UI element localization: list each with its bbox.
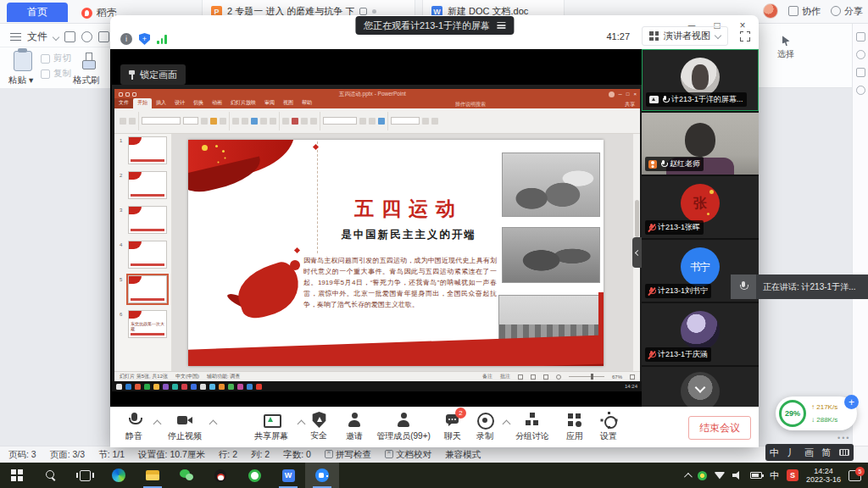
ppt-tab-home: 开始 xyxy=(133,98,152,108)
slide-thumb-1[interactable]: 1 xyxy=(128,136,167,164)
widget-plus-button[interactable]: + xyxy=(844,395,859,409)
spellcheck-toggle[interactable]: 拼写检查 xyxy=(325,449,371,461)
video-options-chevron[interactable] xyxy=(209,420,218,429)
chat-button[interactable]: 2聊天 xyxy=(437,412,468,441)
taskbar-search[interactable] xyxy=(34,463,68,488)
edit-icon[interactable] xyxy=(856,32,865,42)
manage-members-button[interactable]: 管理成员(99+) xyxy=(371,412,436,441)
meeting-timer: 41:27 xyxy=(606,31,630,42)
participant-tile[interactable]: 张 计213-1张晖 xyxy=(642,176,759,238)
meeting-info-icon[interactable]: i xyxy=(120,33,132,45)
select-tool[interactable]: 选择 xyxy=(771,36,801,60)
hidden-icons-chevron[interactable] xyxy=(684,472,693,480)
meeting-titlebar[interactable]: 您正在观看计213-1于洋的屏幕 ─ □ × i + 41:27 演讲者视图 xyxy=(110,15,759,49)
notification-center-icon[interactable]: 5 xyxy=(849,470,861,481)
task-view-button[interactable] xyxy=(68,463,102,488)
stop-video-button[interactable]: 停止视频 xyxy=(163,412,207,441)
participant-tile[interactable]: 计213-1于庆涵 xyxy=(642,303,759,365)
apps-button[interactable]: 应用 xyxy=(559,412,590,441)
tray-app-icon[interactable] xyxy=(698,471,707,480)
slide-thumb-6[interactable]: 6东北抗战第一次大规 xyxy=(128,310,167,338)
taskbar-qq[interactable] xyxy=(203,463,237,488)
undo-icon xyxy=(125,92,130,97)
share-button[interactable]: 分享 xyxy=(831,5,863,18)
taskbar-utility[interactable] xyxy=(237,463,271,488)
tab-unsaved-dot xyxy=(372,9,376,14)
ime-handwriting[interactable]: 画 xyxy=(804,446,814,459)
remote-desktop[interactable]: 五四运动.pptx - PowerPoint ─□× 文件 开始 插入 设计 切… xyxy=(112,85,642,391)
ime-simplified[interactable]: 简 xyxy=(822,446,832,459)
wifi-icon[interactable] xyxy=(715,472,725,480)
format-painter-icon[interactable] xyxy=(81,53,95,69)
paste-button[interactable]: 粘贴 ▾ xyxy=(8,75,33,86)
keyboard-icon[interactable] xyxy=(839,449,849,456)
taskbar-edge[interactable] xyxy=(102,463,136,488)
record-button[interactable]: 录制 xyxy=(470,412,500,441)
scrollbar-thumb[interactable] xyxy=(635,200,639,237)
share-screen-button[interactable]: 共享屏幕 xyxy=(248,412,295,441)
speaker-view-button[interactable]: 演讲者视图 xyxy=(642,26,728,46)
meeting-security-icon[interactable]: + xyxy=(139,33,150,45)
settings-button[interactable]: 设置 xyxy=(593,412,624,441)
breakout-rooms-button[interactable]: 分组讨论 xyxy=(510,412,554,441)
paste-icon[interactable] xyxy=(14,51,32,71)
windows-logo-icon xyxy=(11,469,23,481)
taskbar-wechat[interactable] xyxy=(170,463,203,488)
banner-menu-icon[interactable] xyxy=(497,22,505,29)
taskbar-meeting-active[interactable] xyxy=(305,463,339,488)
battery-icon[interactable] xyxy=(750,472,762,479)
security-button[interactable]: 安全 xyxy=(303,412,334,440)
undo-icon[interactable] xyxy=(81,31,92,42)
slide-thumb-3[interactable]: 3 xyxy=(128,206,167,234)
taskbar-wps[interactable]: W xyxy=(271,463,305,488)
record-options-chevron[interactable] xyxy=(503,420,511,429)
cursor-icon xyxy=(782,36,790,46)
mute-options-chevron[interactable] xyxy=(153,420,162,429)
comment-icon[interactable] xyxy=(856,50,865,59)
print-icon[interactable] xyxy=(98,31,109,42)
outline-icon[interactable] xyxy=(856,68,865,77)
ime-chinese-mode[interactable]: 中 xyxy=(770,446,779,459)
copy-button[interactable]: 复制 xyxy=(41,68,71,80)
slide-thumb-5-selected[interactable]: 5 xyxy=(128,275,167,303)
proofread-toggle[interactable]: 文档校对 xyxy=(385,449,431,461)
ime-punctuation[interactable]: 丿 xyxy=(787,446,796,459)
collab-button[interactable]: 协作 xyxy=(788,5,821,18)
sidebar-collapse-handle[interactable] xyxy=(632,237,642,268)
end-meeting-button[interactable]: 结束会议 xyxy=(688,416,751,440)
slide-thumb-2[interactable]: 2 xyxy=(128,171,167,199)
file-menu[interactable]: 文件 xyxy=(27,30,47,44)
wps-home-tab[interactable]: 首页 xyxy=(7,3,68,22)
taskbar-file-explorer[interactable] xyxy=(136,463,170,488)
windows-taskbar: W 中 S 14:24 2022-3-16 5 xyxy=(0,463,868,488)
tab-restore-icon[interactable] xyxy=(359,8,367,15)
collab-label: 协作 xyxy=(802,5,821,18)
taskbar-clock[interactable]: 14:24 2022-3-16 xyxy=(806,467,841,485)
slide-subtitle: 是中国新民主主义的开端 xyxy=(290,228,527,242)
mute-button[interactable]: 静音 xyxy=(117,412,151,441)
input-method-indicator[interactable]: 中 xyxy=(770,469,779,482)
invite-button[interactable]: 邀请 xyxy=(339,412,370,441)
hamburger-menu-icon[interactable] xyxy=(10,33,21,41)
format-painter-button[interactable]: 格式刷 xyxy=(73,75,100,86)
user-avatar[interactable] xyxy=(763,3,778,19)
notification-badge: 5 xyxy=(855,467,865,476)
ppt-tell-me-search: 操作说明搜索 xyxy=(316,101,625,108)
widget-more-dots[interactable]: ••• xyxy=(837,434,850,442)
chevron-down-icon[interactable] xyxy=(53,33,59,40)
save-icon[interactable] xyxy=(64,31,75,42)
start-button[interactable] xyxy=(0,463,34,488)
fullscreen-icon[interactable] xyxy=(740,31,750,42)
lock-view-button[interactable]: 锁定画面 xyxy=(120,64,186,85)
status-column: 列: 2 xyxy=(251,449,270,461)
cut-button[interactable]: 剪切 xyxy=(41,53,71,64)
slide-thumb-4[interactable]: 4 xyxy=(128,241,167,269)
participant-tile-video[interactable]: 赵红老师 xyxy=(642,113,759,175)
participant-tile-partial[interactable] xyxy=(642,367,759,407)
tools-icon[interactable] xyxy=(856,86,865,95)
sogou-icon[interactable]: S xyxy=(787,469,798,481)
volume-icon[interactable] xyxy=(732,471,743,480)
ime-toolbar[interactable]: 中 丿 画 简 xyxy=(765,444,854,461)
copy-icon xyxy=(41,69,50,79)
participant-tile-screen[interactable]: 计213-1于洋的屏幕... xyxy=(642,49,759,111)
